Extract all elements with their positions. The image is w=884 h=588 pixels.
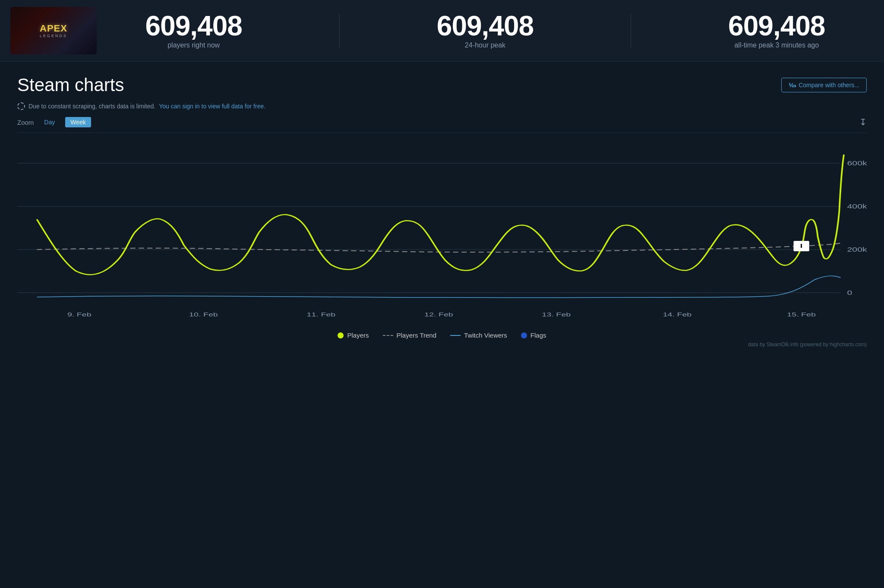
svg-text:10. Feb: 10. Feb (189, 311, 218, 318)
svg-text:I: I (800, 243, 802, 249)
notice-bar: Due to constant scraping, charts data is… (17, 102, 867, 110)
legend-players-label: Players (347, 332, 369, 339)
stat-24h-number: 609,408 (437, 12, 534, 40)
legend-twitch: Twitch Viewers (450, 332, 507, 339)
download-icon[interactable]: ↧ (859, 117, 867, 127)
svg-text:200k: 200k (847, 247, 867, 253)
svg-text:600k: 600k (847, 160, 867, 167)
svg-text:14. Feb: 14. Feb (663, 311, 692, 318)
legend-twitch-label: Twitch Viewers (464, 332, 507, 339)
twitch-line (450, 335, 461, 336)
trend-line (383, 335, 393, 336)
legend-flags-label: Flags (530, 332, 546, 339)
legend-trend: Players Trend (383, 332, 437, 339)
stat-current-number: 609,408 (145, 12, 242, 40)
flags-dot (521, 332, 527, 338)
zoom-week-button[interactable]: Week (65, 117, 91, 127)
stat-current-label: players right now (145, 41, 242, 49)
notice-text: Due to constant scraping, charts data is… (28, 103, 155, 110)
stat-current-players: 609,408 players right now (145, 12, 242, 49)
svg-text:15. Feb: 15. Feb (787, 311, 816, 318)
zoom-day-button[interactable]: Day (39, 117, 60, 127)
zoom-label: Zoom (17, 119, 34, 126)
stat-24h-peak: 609,408 24-hour peak (437, 12, 534, 49)
svg-text:11. Feb: 11. Feb (307, 311, 336, 318)
players-chart: 600k 400k 200k 0 I 9. Feb 10. Feb 11. Fe… (17, 142, 867, 323)
svg-text:12. Feb: 12. Feb (424, 311, 453, 318)
legend-trend-label: Players Trend (397, 332, 437, 339)
svg-text:400k: 400k (847, 203, 867, 210)
legend-players: Players (338, 332, 369, 339)
compare-button[interactable]: ⅟₂₃ Compare with others... (781, 78, 867, 92)
main-content: Steam charts ⅟₂₃ Compare with others... … (0, 62, 884, 360)
legend-flags: Flags (521, 332, 546, 339)
svg-text:13. Feb: 13. Feb (542, 311, 571, 318)
zoom-bar: Zoom Day Week ↧ (17, 117, 867, 133)
stat-divider-2 (631, 13, 631, 48)
stat-alltime-peak: 609,408 all-time peak 3 minutes ago (728, 12, 825, 49)
compare-button-label: Compare with others... (799, 82, 859, 89)
notice-link[interactable]: You can sign in to view full data for fr… (159, 103, 265, 110)
game-logo-name: APEX (40, 23, 67, 34)
notice-icon (17, 102, 25, 110)
stat-alltime-number: 609,408 (728, 12, 825, 40)
charts-title: Steam charts (17, 75, 124, 95)
compare-icon: ⅟₂₃ (789, 82, 796, 89)
players-dot (338, 332, 344, 338)
chart-legend: Players Players Trend Twitch Viewers Fla… (17, 332, 867, 339)
charts-header: Steam charts ⅟₂₃ Compare with others... (17, 75, 867, 95)
attribution: data by SteamDB.info (powered by highcha… (17, 341, 867, 348)
game-logo-subtitle: LEGENDS (40, 34, 67, 38)
svg-text:9. Feb: 9. Feb (67, 311, 92, 318)
stat-24h-label: 24-hour peak (437, 41, 534, 49)
stat-alltime-label: all-time peak 3 minutes ago (728, 41, 825, 49)
chart-wrapper: 600k 400k 200k 0 I 9. Feb 10. Feb 11. Fe… (17, 142, 867, 323)
stat-divider-1 (339, 13, 340, 48)
stats-container: 609,408 players right now 609,408 24-hou… (97, 12, 874, 49)
svg-text:0: 0 (847, 290, 852, 297)
game-logo: APEX LEGENDS (10, 7, 97, 54)
header-bar: APEX LEGENDS 609,408 players right now 6… (0, 0, 884, 62)
